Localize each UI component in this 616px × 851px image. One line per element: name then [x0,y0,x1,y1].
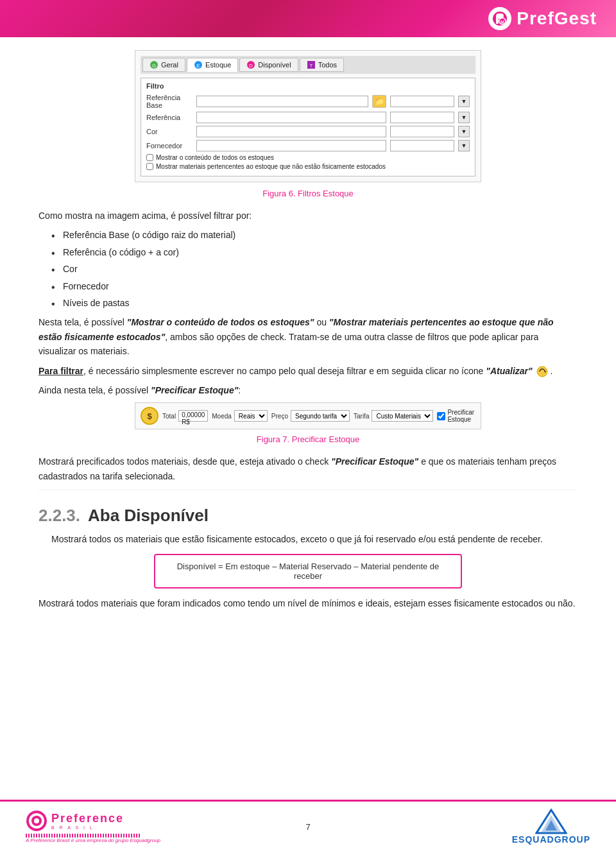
checkbox-fisicamente-estocados[interactable] [146,163,153,170]
header: M PrefGest [0,0,616,37]
precificar-checkbox-label[interactable]: Precificar Estoque [437,409,475,423]
preco-field: Preço Segundo tarifa [271,410,350,422]
fornecedor-input[interactable] [196,140,386,151]
dropdown-arrow3[interactable]: ▼ [458,126,470,137]
paragraph4: Mostrará precificados todos materiais, d… [38,454,578,483]
tarifa-field: Tarifa Custo Materiais [354,410,433,422]
bullet-list: Referência Base (o código raiz do materi… [38,228,578,310]
esquadgroup-icon [535,809,567,834]
referencia-base-dropdown[interactable] [390,96,454,107]
checkbox-todos-estoques[interactable] [146,154,153,161]
tab-estoque[interactable]: E Estoque [187,58,238,72]
header-logo: M PrefGest [488,7,597,30]
preference-tagline: A Preference Brasil é uma empresa do gru… [26,838,160,843]
prefgest-logo-icon: M [488,7,511,30]
filter-row-referencia: Referência ▼ [146,112,470,123]
preco-select[interactable]: Segundo tarifa [291,410,350,422]
moeda-select[interactable]: Reais [234,410,268,422]
filter-section-label: Filtro [146,82,470,90]
filter-checkboxes: Mostrar o conteúdo de todos os estoques … [146,154,470,170]
section-divider [38,490,578,490]
list-item: Fornecedor [51,279,578,293]
atualizar-icon [536,366,548,377]
paragraph-precificar: Ainda nesta tela, é possível "Precificar… [38,383,578,397]
dropdown-arrow[interactable]: ▼ [458,96,470,107]
filter-tabs: G Geral E Estoque D Disponível T Todos [141,56,475,74]
preference-text: Preference B R A S I L [51,812,124,830]
referencia-input[interactable] [196,112,386,123]
preference-logo: Preference B R A S I L [26,810,124,832]
checkbox-row-2: Mostrar materiais pertencentes ao estoqu… [146,163,470,170]
filter-section: Filtro ReferênciaBase 📁 ▼ Referência ▼ C… [141,78,475,176]
figure6-caption: Figura 6. Filtros Estoque [38,189,578,198]
tab-todos[interactable]: T Todos [300,58,344,72]
esquadgroup-logo: ESQUADGROUP [512,809,590,845]
cor-input[interactable] [196,126,386,137]
precificar-checkbox[interactable] [437,412,445,420]
svg-text:T: T [309,63,312,69]
intro-text: Como mostra na imagem acima, é possível … [38,209,578,223]
svg-text:G: G [152,63,156,69]
list-item: Cor [51,262,578,276]
referencia-dropdown[interactable] [390,112,454,123]
footer-page-number: 7 [305,822,310,832]
preference-name: Preference [51,812,124,825]
tab-geral[interactable]: G Geral [142,58,185,72]
preference-icon [26,810,47,832]
footer-left: Preference B R A S I L A Preference Bras… [26,810,160,843]
footer-right: ESQUADGROUP [512,809,590,845]
paragraph-checkboxes: Nesta tela, é possível "Mostrar o conteú… [38,315,578,358]
total-field: Total 0,00000 R$ [162,410,208,422]
coin-icon: $ [141,407,158,425]
svg-text:E: E [196,63,200,69]
tab-disponivel[interactable]: D Disponível [239,58,298,72]
tarifa-select[interactable]: Custo Materiais [372,410,433,422]
svg-text:D: D [249,63,253,69]
paragraph5: Mostrará todos os materiais que estão fi… [38,532,578,546]
figure7-caption: Figura 7. Precificar Estoque [38,434,578,444]
list-item: Referência Base (o código raiz do materi… [51,228,578,242]
list-item: Referência (o código + a cor) [51,245,578,259]
dropdown-arrow2[interactable]: ▼ [458,112,470,123]
info-box: Disponível = Em estoque – Material Reser… [154,554,462,589]
figure6-image: G Geral E Estoque D Disponível T Todos F… [135,50,481,182]
filter-row-referencia-base: ReferênciaBase 📁 ▼ [146,94,470,109]
fornecedor-dropdown[interactable] [390,140,454,151]
paragraph-filtrar: Para filtrar, é necessário simplesmente … [38,364,578,378]
filter-row-fornecedor: Fornecedor ▼ [146,140,470,151]
moeda-field: Moeda Reais [212,410,268,422]
list-item: Níveis de pastas [51,296,578,310]
section-number: 2.2.3. [38,506,80,526]
cor-dropdown[interactable] [390,126,454,137]
figure7-image: $ Total 0,00000 R$ Moeda Reais Preço Seg… [135,402,481,429]
main-content: G Geral E Estoque D Disponível T Todos F… [0,37,616,629]
section-heading: 2.2.3. Aba Disponível [38,506,578,526]
esquadgroup-text: ESQUADGROUP [512,834,590,845]
paragraph6: Mostrará todos materiais que foram indic… [38,596,578,610]
svg-text:M: M [501,20,504,24]
svg-point-16 [34,818,39,823]
filter-row-cor: Cor ▼ [146,126,470,137]
folder-button[interactable]: 📁 [372,95,386,108]
dropdown-arrow4[interactable]: ▼ [458,140,470,151]
footer: Preference B R A S I L A Preference Bras… [0,800,616,851]
referencia-base-input[interactable] [196,96,368,107]
header-logo-text: PrefGest [517,8,597,29]
checkbox-row-1: Mostrar o conteúdo de todos os estoques [146,154,470,161]
preference-subtitle: B R A S I L [51,825,124,830]
section-title: Aba Disponível [88,506,209,526]
